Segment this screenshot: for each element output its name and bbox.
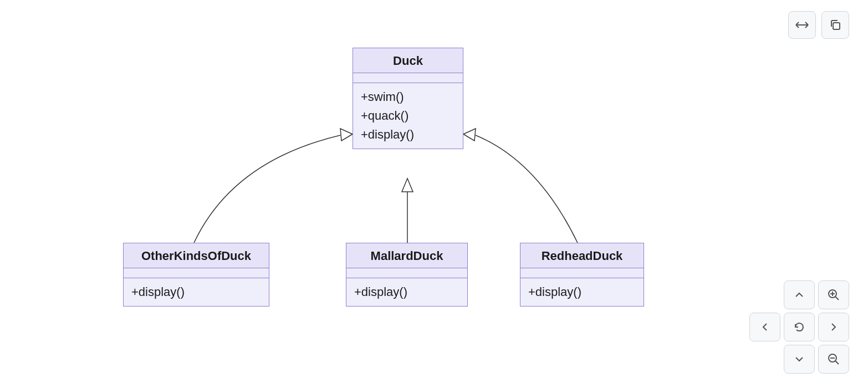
svg-marker-4 (402, 178, 413, 192)
expand-width-button[interactable] (788, 11, 816, 39)
zoom-in-icon (827, 288, 840, 302)
method: +quack() (361, 106, 455, 125)
class-attrs-empty (346, 268, 467, 278)
chevron-right-icon (828, 321, 839, 333)
reset-button[interactable] (784, 313, 815, 341)
connectors (0, 0, 665, 388)
class-title: RedheadDuck (520, 243, 644, 268)
zoom-in-button[interactable] (818, 280, 849, 309)
copy-icon (829, 18, 842, 32)
svg-marker-5 (463, 129, 476, 141)
zoom-out-button[interactable] (818, 345, 849, 374)
svg-marker-3 (340, 129, 353, 141)
class-title: Duck (353, 48, 463, 73)
chevron-left-icon (759, 321, 770, 333)
copy-button[interactable] (821, 11, 849, 39)
arrows-horizontal-icon (794, 19, 810, 30)
diagram-canvas[interactable]: Duck +swim() +quack() +display() OtherKi… (0, 0, 665, 388)
method: +display() (131, 283, 261, 302)
pan-down-button[interactable] (784, 345, 815, 374)
chevron-down-icon (794, 354, 805, 365)
class-mallardduck[interactable]: MallardDuck +display() (346, 243, 468, 307)
class-attrs-empty (353, 73, 463, 83)
method: +swim() (361, 88, 455, 106)
pan-left-button[interactable] (749, 313, 780, 341)
method: +display() (361, 125, 455, 144)
chevron-up-icon (794, 289, 805, 300)
class-methods: +swim() +quack() +display() (353, 83, 463, 149)
class-methods: +display() (520, 278, 644, 306)
class-duck[interactable]: Duck +swim() +quack() +display() (353, 48, 463, 149)
class-methods: +display() (346, 278, 467, 306)
class-otherkindsofduck[interactable]: OtherKindsOfDuck +display() (123, 243, 269, 307)
pan-up-button[interactable] (784, 280, 815, 309)
refresh-icon (793, 321, 805, 333)
pan-zoom-pad (749, 280, 849, 374)
svg-rect-0 (833, 23, 840, 29)
method: +display() (528, 283, 636, 302)
method: +display() (354, 283, 459, 302)
zoom-out-icon (827, 353, 840, 366)
class-attrs-empty (520, 268, 644, 278)
class-methods: +display() (124, 278, 269, 306)
class-title: OtherKindsOfDuck (124, 243, 269, 268)
class-attrs-empty (124, 268, 269, 278)
pan-right-button[interactable] (818, 313, 849, 341)
top-toolbar (788, 11, 849, 39)
class-redheadduck[interactable]: RedheadDuck +display() (520, 243, 644, 307)
class-title: MallardDuck (346, 243, 467, 268)
